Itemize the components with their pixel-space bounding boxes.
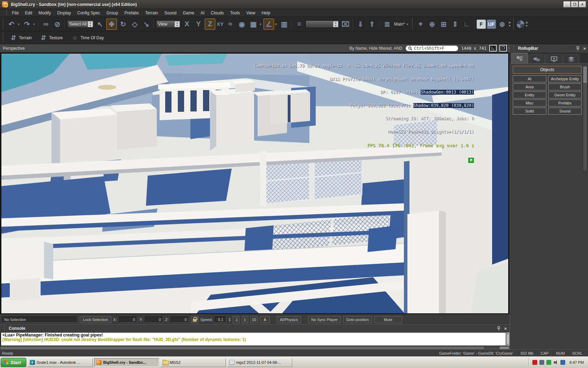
menu-help[interactable]: Help: [258, 9, 273, 16]
rotate-tool-icon[interactable]: ↻: [118, 19, 128, 30]
speed-field[interactable]: 0.1: [215, 316, 226, 323]
viewport-scene[interactable]: CamPos=130.84 506.79 68.29 Angl=-32 0 -5…: [1, 54, 508, 313]
taskbar-item-textfile[interactable]: mgs2 2012-11-07 04-58-...: [227, 358, 292, 367]
x-coordinate-field[interactable]: 0: [119, 316, 137, 323]
menu-game[interactable]: Game: [180, 9, 197, 16]
viewport-type-label[interactable]: Perspective: [3, 46, 25, 51]
link-icon[interactable]: ∞: [41, 19, 51, 30]
axis-x-button[interactable]: X: [182, 19, 192, 30]
speed-preset-1-button[interactable]: 1: [242, 316, 248, 323]
pin-icon[interactable]: [576, 46, 580, 51]
script-combo[interactable]: ▴▾: [306, 20, 339, 28]
unfreeze-button[interactable]: UF: [487, 20, 496, 29]
menu-file[interactable]: File: [9, 9, 22, 16]
axis-z-button[interactable]: Z: [205, 19, 215, 30]
speed-spinner-icon[interactable]: ▲▼: [229, 318, 231, 322]
redo-dropdown-icon[interactable]: ▾: [33, 22, 36, 26]
snap-angle-icon[interactable]: ∠: [264, 19, 274, 30]
save-layer-icon[interactable]: ⇓: [355, 19, 366, 30]
pick-object-icon[interactable]: ⌖: [415, 19, 426, 30]
taskbar-item-3dsmax[interactable]: 3 Grate1.max - Autodesk ...: [28, 358, 93, 367]
menu-group[interactable]: Group: [103, 9, 121, 16]
camera-icon[interactable]: ◉: [237, 19, 247, 30]
tab-terrain[interactable]: [528, 54, 545, 63]
object-height-icon[interactable]: ⇕: [450, 19, 461, 30]
clear-script-icon[interactable]: ⌧: [340, 19, 351, 30]
object-type-prefabs-button[interactable]: Prefabs: [548, 100, 582, 107]
window-restore-icon[interactable]: ❐: [499, 45, 507, 52]
scrollbar-thumb[interactable]: [583, 67, 587, 83]
freeze-button[interactable]: F: [477, 20, 486, 29]
texture-button[interactable]: ⇵ Texture: [37, 33, 66, 43]
script-list-icon[interactable]: ≡: [294, 19, 304, 30]
maximize-button[interactable]: ❒: [571, 1, 578, 7]
toolbar-overflow-icon[interactable]: »▾: [525, 21, 528, 28]
globe-icon[interactable]: [517, 20, 524, 28]
object-type-area-button[interactable]: Area: [513, 83, 546, 90]
lock-axis-button[interactable]: [191, 316, 198, 323]
object-type-brush-button[interactable]: Brush: [548, 83, 582, 90]
selection-filter-combo[interactable]: Select All ▴▾: [67, 20, 94, 28]
menu-display[interactable]: Display: [54, 9, 74, 16]
y-coordinate-field[interactable]: 0: [145, 316, 163, 323]
speed-preset-10-button[interactable]: 10: [250, 316, 258, 323]
scrollbar-thumb[interactable]: [1, 347, 484, 349]
axis-y-button[interactable]: Y: [193, 19, 204, 30]
menu-modify[interactable]: Modify: [35, 9, 54, 16]
menu-config-spec[interactable]: Config Spec: [74, 9, 103, 16]
combo-spinner-icon[interactable]: ▴▾: [174, 21, 180, 27]
time-of-day-button[interactable]: ☼ Time Of Day: [68, 33, 107, 43]
undo-icon[interactable]: ↶: [6, 19, 17, 30]
object-type-misc-button[interactable]: Misc: [513, 100, 546, 107]
scale-tool-icon[interactable]: ◇: [130, 19, 140, 30]
select-move-tool-icon[interactable]: ↘: [141, 19, 152, 30]
tab-display[interactable]: [546, 54, 562, 63]
console-vertical-scrollbar[interactable]: ▲▼: [506, 332, 510, 346]
physics-icon[interactable]: ⊛: [497, 19, 507, 30]
close-icon[interactable]: ×: [583, 46, 586, 51]
tab-layers[interactable]: [563, 54, 579, 63]
start-button[interactable]: Start: [1, 358, 26, 367]
menu-terrain[interactable]: Terrain: [142, 9, 161, 16]
object-type-ai-button[interactable]: AI: [513, 75, 546, 82]
tray-network-icon[interactable]: [560, 360, 565, 365]
unlink-icon[interactable]: ⊘: [52, 19, 63, 30]
select-tool-icon[interactable]: ↖: [95, 19, 105, 30]
undo-dropdown-icon[interactable]: ▾: [18, 22, 21, 26]
goto-position-button[interactable]: Goto position: [343, 316, 372, 323]
move-tool-icon[interactable]: ✥: [106, 19, 117, 30]
set-square-icon[interactable]: ◺: [489, 45, 497, 52]
terrain-button[interactable]: ⇵ Terrain: [7, 33, 35, 43]
console-horizontal-scrollbar[interactable]: [0, 346, 510, 349]
axis-xy-button[interactable]: XY: [216, 19, 224, 30]
menu-prefabs[interactable]: Prefabs: [121, 9, 142, 16]
snap-angle-dropdown-icon[interactable]: ▾: [275, 22, 278, 26]
pin-icon[interactable]: [497, 326, 500, 331]
object-type-geom-entity-button[interactable]: Geom Entity: [548, 91, 582, 98]
menu-clouds[interactable]: Clouds: [208, 9, 227, 16]
search-filter-label[interactable]: By Name, Hide filtered, AND: [349, 46, 402, 51]
rollup-scrollbar[interactable]: [583, 66, 587, 171]
menu-edit[interactable]: Edit: [22, 9, 35, 16]
z-coordinate-field[interactable]: 0: [171, 316, 189, 323]
close-icon[interactable]: ×: [504, 326, 507, 331]
snap-grid-dropdown-icon[interactable]: ▾: [260, 22, 262, 26]
menu-ai[interactable]: AI: [197, 9, 208, 16]
lock-selection-button[interactable]: Lock Selection: [80, 316, 111, 323]
ruler-icon[interactable]: ▥: [279, 19, 289, 30]
menu-tools[interactable]: Tools: [227, 9, 243, 16]
align-angle-icon[interactable]: ∟: [462, 19, 472, 30]
minimize-button[interactable]: _: [564, 1, 570, 7]
no-sync-player-button[interactable]: No Sync Player: [308, 316, 341, 323]
search-input[interactable]: Ctrl+Shift+F: [405, 45, 458, 52]
close-button[interactable]: ×: [579, 1, 586, 7]
object-type-solid-button[interactable]: Solid: [513, 108, 546, 115]
simulate-player-icon[interactable]: ♟: [260, 316, 270, 323]
toolbar-overflow-icon[interactable]: »▾: [509, 21, 511, 28]
taskbar-item-sandbox[interactable]: BigShell.cry - Sandbo...: [94, 358, 159, 367]
snap-geometry-icon[interactable]: ⊞: [439, 19, 449, 30]
menu-view[interactable]: View: [243, 9, 259, 16]
tab-objects[interactable]: [511, 53, 528, 63]
layer-widget[interactable]: ≣ Main* ▾: [382, 19, 410, 30]
tray-display-icon[interactable]: [539, 360, 544, 365]
